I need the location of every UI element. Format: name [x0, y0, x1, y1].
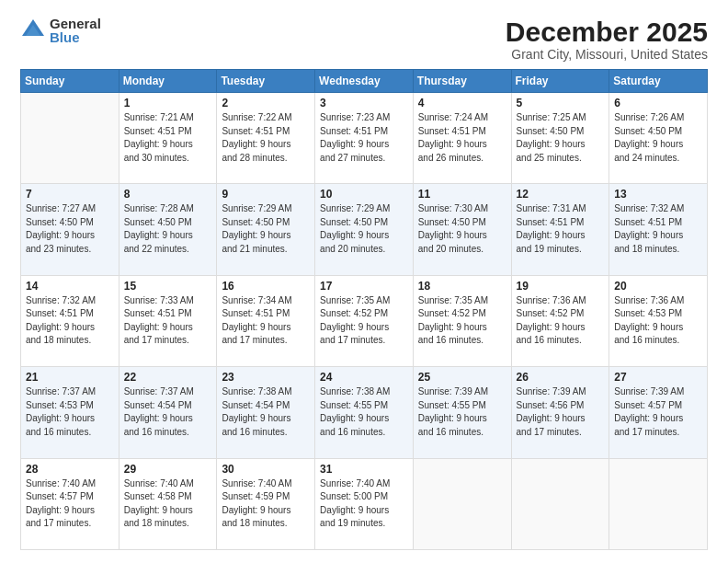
calendar-cell: 31Sunrise: 7:40 AM Sunset: 5:00 PM Dayli…: [315, 458, 414, 549]
day-number: 9: [222, 188, 310, 201]
day-number: 5: [517, 97, 605, 109]
day-number: 8: [124, 188, 212, 201]
day-info: Sunrise: 7:27 AM Sunset: 4:50 PM Dayligh…: [26, 202, 114, 256]
day-info: Sunrise: 7:22 AM Sunset: 4:51 PM Dayligh…: [222, 111, 310, 165]
day-number: 24: [320, 371, 408, 384]
header-sunday: Sunday: [21, 70, 119, 93]
day-number: 27: [614, 371, 702, 384]
day-number: 21: [26, 371, 114, 384]
calendar-cell: 25Sunrise: 7:39 AM Sunset: 4:55 PM Dayli…: [413, 367, 511, 458]
calendar-row-4: 21Sunrise: 7:37 AM Sunset: 4:53 PM Dayli…: [21, 367, 708, 458]
calendar-cell: 29Sunrise: 7:40 AM Sunset: 4:58 PM Dayli…: [119, 458, 217, 549]
day-info: Sunrise: 7:40 AM Sunset: 4:59 PM Dayligh…: [222, 477, 310, 531]
day-number: 13: [614, 188, 702, 201]
calendar-cell: 1Sunrise: 7:21 AM Sunset: 4:51 PM Daylig…: [119, 93, 217, 184]
day-info: Sunrise: 7:39 AM Sunset: 4:56 PM Dayligh…: [517, 385, 605, 439]
day-number: 20: [614, 280, 702, 293]
header-tuesday: Tuesday: [217, 70, 315, 93]
calendar-cell: 15Sunrise: 7:33 AM Sunset: 4:51 PM Dayli…: [119, 275, 217, 366]
day-info: Sunrise: 7:32 AM Sunset: 4:51 PM Dayligh…: [614, 202, 702, 256]
day-number: 30: [222, 463, 310, 476]
calendar-cell: 20Sunrise: 7:36 AM Sunset: 4:53 PM Dayli…: [609, 275, 708, 366]
calendar-cell: 26Sunrise: 7:39 AM Sunset: 4:56 PM Dayli…: [511, 367, 609, 458]
logo: General Blue: [20, 17, 101, 44]
logo-text: General Blue: [50, 17, 101, 44]
calendar-cell: 17Sunrise: 7:35 AM Sunset: 4:52 PM Dayli…: [315, 275, 414, 366]
day-info: Sunrise: 7:39 AM Sunset: 4:57 PM Dayligh…: [614, 385, 702, 439]
month-title: December 2025: [506, 17, 708, 47]
day-info: Sunrise: 7:37 AM Sunset: 4:53 PM Dayligh…: [26, 385, 114, 439]
day-info: Sunrise: 7:28 AM Sunset: 4:50 PM Dayligh…: [124, 202, 212, 256]
calendar-row-2: 7Sunrise: 7:27 AM Sunset: 4:50 PM Daylig…: [21, 184, 708, 275]
calendar-cell: 11Sunrise: 7:30 AM Sunset: 4:50 PM Dayli…: [413, 184, 511, 275]
calendar-cell: 8Sunrise: 7:28 AM Sunset: 4:50 PM Daylig…: [119, 184, 217, 275]
day-number: 22: [124, 371, 212, 384]
calendar-header-row: Sunday Monday Tuesday Wednesday Thursday…: [21, 70, 708, 93]
day-number: 2: [222, 97, 310, 109]
day-info: Sunrise: 7:24 AM Sunset: 4:51 PM Dayligh…: [418, 111, 506, 165]
calendar-row-5: 28Sunrise: 7:40 AM Sunset: 4:57 PM Dayli…: [21, 458, 708, 549]
day-info: Sunrise: 7:40 AM Sunset: 4:58 PM Dayligh…: [124, 477, 212, 531]
day-info: Sunrise: 7:39 AM Sunset: 4:55 PM Dayligh…: [418, 385, 506, 439]
day-info: Sunrise: 7:34 AM Sunset: 4:51 PM Dayligh…: [222, 294, 310, 348]
calendar-cell: 28Sunrise: 7:40 AM Sunset: 4:57 PM Dayli…: [21, 458, 119, 549]
calendar-cell: 13Sunrise: 7:32 AM Sunset: 4:51 PM Dayli…: [609, 184, 708, 275]
calendar-row-1: 1Sunrise: 7:21 AM Sunset: 4:51 PM Daylig…: [21, 93, 708, 184]
day-info: Sunrise: 7:37 AM Sunset: 4:54 PM Dayligh…: [124, 385, 212, 439]
day-info: Sunrise: 7:21 AM Sunset: 4:51 PM Dayligh…: [124, 111, 212, 165]
calendar-cell: 7Sunrise: 7:27 AM Sunset: 4:50 PM Daylig…: [21, 184, 119, 275]
day-number: 12: [517, 188, 605, 201]
logo-icon: [20, 17, 46, 43]
calendar-cell: 4Sunrise: 7:24 AM Sunset: 4:51 PM Daylig…: [413, 93, 511, 184]
calendar-cell: 16Sunrise: 7:34 AM Sunset: 4:51 PM Dayli…: [217, 275, 315, 366]
header-friday: Friday: [511, 70, 609, 93]
day-number: 25: [418, 371, 506, 384]
header-wednesday: Wednesday: [315, 70, 414, 93]
day-info: Sunrise: 7:29 AM Sunset: 4:50 PM Dayligh…: [320, 202, 408, 256]
calendar-cell: 6Sunrise: 7:26 AM Sunset: 4:50 PM Daylig…: [609, 93, 708, 184]
day-number: 29: [124, 463, 212, 476]
header-thursday: Thursday: [413, 70, 511, 93]
day-number: 16: [222, 280, 310, 293]
calendar-cell: 3Sunrise: 7:23 AM Sunset: 4:51 PM Daylig…: [315, 93, 414, 184]
top-section: General Blue December 2025 Grant City, M…: [20, 17, 708, 62]
calendar-cell: 9Sunrise: 7:29 AM Sunset: 4:50 PM Daylig…: [217, 184, 315, 275]
day-info: Sunrise: 7:25 AM Sunset: 4:50 PM Dayligh…: [517, 111, 605, 165]
day-info: Sunrise: 7:26 AM Sunset: 4:50 PM Dayligh…: [614, 111, 702, 165]
day-info: Sunrise: 7:32 AM Sunset: 4:51 PM Dayligh…: [26, 294, 114, 348]
day-number: 23: [222, 371, 310, 384]
calendar-cell: 14Sunrise: 7:32 AM Sunset: 4:51 PM Dayli…: [21, 275, 119, 366]
day-info: Sunrise: 7:38 AM Sunset: 4:55 PM Dayligh…: [320, 385, 408, 439]
day-info: Sunrise: 7:38 AM Sunset: 4:54 PM Dayligh…: [222, 385, 310, 439]
day-info: Sunrise: 7:40 AM Sunset: 5:00 PM Dayligh…: [320, 477, 408, 531]
day-number: 28: [26, 463, 114, 476]
day-info: Sunrise: 7:30 AM Sunset: 4:50 PM Dayligh…: [418, 202, 506, 256]
day-number: 31: [320, 463, 408, 476]
day-info: Sunrise: 7:35 AM Sunset: 4:52 PM Dayligh…: [320, 294, 408, 348]
header-saturday: Saturday: [609, 70, 708, 93]
day-info: Sunrise: 7:36 AM Sunset: 4:53 PM Dayligh…: [614, 294, 702, 348]
day-number: 26: [517, 371, 605, 384]
day-number: 1: [124, 97, 212, 109]
day-info: Sunrise: 7:23 AM Sunset: 4:51 PM Dayligh…: [320, 111, 408, 165]
day-info: Sunrise: 7:33 AM Sunset: 4:51 PM Dayligh…: [124, 294, 212, 348]
day-number: 14: [26, 280, 114, 293]
day-number: 7: [26, 188, 114, 201]
day-info: Sunrise: 7:35 AM Sunset: 4:52 PM Dayligh…: [418, 294, 506, 348]
day-number: 18: [418, 280, 506, 293]
calendar-cell: 10Sunrise: 7:29 AM Sunset: 4:50 PM Dayli…: [315, 184, 414, 275]
calendar-cell: 27Sunrise: 7:39 AM Sunset: 4:57 PM Dayli…: [609, 367, 708, 458]
title-section: December 2025 Grant City, Missouri, Unit…: [506, 17, 708, 62]
calendar-cell: [21, 93, 119, 184]
calendar-cell: 22Sunrise: 7:37 AM Sunset: 4:54 PM Dayli…: [119, 367, 217, 458]
day-number: 17: [320, 280, 408, 293]
day-info: Sunrise: 7:31 AM Sunset: 4:51 PM Dayligh…: [517, 202, 605, 256]
calendar-cell: 5Sunrise: 7:25 AM Sunset: 4:50 PM Daylig…: [511, 93, 609, 184]
calendar-cell: 19Sunrise: 7:36 AM Sunset: 4:52 PM Dayli…: [511, 275, 609, 366]
logo-blue: Blue: [50, 30, 101, 44]
calendar-cell: 24Sunrise: 7:38 AM Sunset: 4:55 PM Dayli…: [315, 367, 414, 458]
location: Grant City, Missouri, United States: [506, 47, 708, 62]
day-number: 4: [418, 97, 506, 109]
day-info: Sunrise: 7:36 AM Sunset: 4:52 PM Dayligh…: [517, 294, 605, 348]
calendar-cell: [609, 458, 708, 549]
